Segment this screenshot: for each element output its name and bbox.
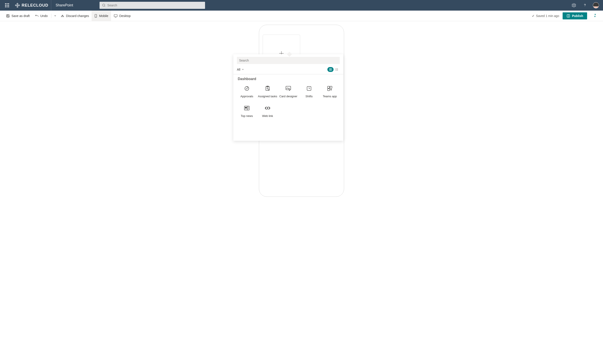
grid-view-button[interactable] — [327, 67, 334, 72]
discard-icon — [61, 14, 64, 18]
popup-search-input[interactable] — [237, 57, 340, 64]
svg-rect-41 — [245, 107, 247, 108]
chevron-down-icon — [54, 15, 56, 17]
svg-point-2 — [19, 5, 20, 6]
popup-item-web-link[interactable]: Web link — [258, 104, 278, 118]
news-icon — [244, 105, 250, 111]
discard-changes-button[interactable]: Discard changes — [58, 11, 92, 21]
publish-icon — [567, 14, 570, 18]
gear-icon — [572, 3, 576, 7]
popup-grid: Approvals Assigned tasks — [233, 83, 343, 120]
svg-rect-37 — [330, 86, 332, 88]
popup-item-shifts[interactable]: Shifts — [299, 84, 319, 99]
filter-dropdown[interactable]: All — [237, 68, 244, 71]
add-card-popup: All — [233, 54, 343, 141]
popup-section-title: Dashboard — [233, 74, 343, 83]
waffle-icon — [5, 3, 9, 7]
discard-changes-label: Discard changes — [66, 14, 89, 18]
toolbar-right: Saved 1 min ago Publish — [532, 12, 600, 19]
teams-app-icon — [327, 85, 333, 91]
svg-line-7 — [105, 6, 105, 7]
publish-button[interactable]: Publish — [563, 12, 587, 19]
popup-item-top-news[interactable]: Top news — [237, 104, 257, 118]
relecloud-icon — [15, 3, 20, 8]
svg-point-23 — [335, 68, 336, 69]
svg-rect-19 — [329, 68, 330, 69]
popup-item-card-designer[interactable]: Card designer — [278, 84, 298, 99]
link-icon — [264, 105, 271, 111]
shifts-icon — [306, 85, 312, 91]
mobile-view-button[interactable]: Mobile — [92, 11, 111, 21]
undo-dropdown[interactable] — [52, 14, 58, 18]
global-search-box[interactable] — [100, 2, 205, 9]
saved-status: Saved 1 min ago — [532, 14, 559, 18]
saved-status-label: Saved 1 min ago — [536, 14, 559, 18]
undo-label: Undo — [40, 14, 48, 18]
brand-name: RELECLOUD — [22, 3, 48, 8]
svg-point-1 — [15, 5, 17, 6]
popup-item-label: Teams app — [323, 95, 337, 98]
popup-item-label: Shifts — [305, 95, 313, 98]
avatar-icon — [593, 2, 599, 8]
mobile-label: Mobile — [99, 14, 108, 18]
svg-point-27 — [335, 70, 336, 71]
collapse-icon — [593, 14, 597, 17]
svg-rect-10 — [7, 16, 9, 17]
popup-filter-row: All — [233, 66, 343, 74]
header-right — [568, 0, 601, 11]
toolbar: Save as draft Undo Discard changes Mobil… — [0, 11, 603, 21]
view-toggle — [327, 67, 340, 72]
popup-item-teams-app[interactable]: Teams app — [320, 84, 340, 99]
app-launcher-button[interactable] — [2, 0, 12, 11]
search-input[interactable] — [107, 3, 202, 7]
list-icon — [335, 68, 338, 71]
svg-point-3 — [17, 6, 18, 8]
undo-icon — [35, 14, 39, 18]
popup-item-label: Assigned tasks — [258, 95, 277, 98]
popup-item-approvals[interactable]: Approvals — [237, 84, 257, 99]
settings-button[interactable] — [568, 0, 579, 11]
grid-icon — [329, 68, 332, 71]
toolbar-divider — [51, 14, 51, 18]
help-button[interactable] — [580, 0, 590, 11]
popup-item-label: Web link — [262, 114, 273, 118]
tasks-icon — [264, 85, 271, 91]
header-bar: RELECLOUD SharePoint — [0, 0, 603, 11]
svg-rect-22 — [331, 70, 332, 71]
approvals-icon — [244, 85, 250, 91]
svg-rect-13 — [114, 15, 117, 17]
svg-point-25 — [335, 69, 336, 70]
svg-point-0 — [17, 3, 18, 4]
popup-item-label: Card designer — [279, 95, 297, 98]
svg-rect-20 — [331, 68, 332, 69]
popup-item-assigned-tasks[interactable]: Assigned tasks — [258, 84, 278, 99]
publish-label: Publish — [572, 14, 583, 18]
save-as-draft-label: Save as draft — [12, 14, 30, 18]
popup-search-container — [237, 57, 340, 64]
desktop-icon — [114, 14, 118, 18]
brand-section: RELECLOUD — [12, 0, 51, 11]
card-designer-icon — [285, 85, 291, 91]
mobile-icon — [94, 14, 97, 18]
popup-item-label: Approvals — [240, 95, 253, 98]
save-as-draft-button[interactable]: Save as draft — [3, 11, 33, 21]
help-icon — [583, 3, 587, 7]
main-content: All — [0, 21, 603, 364]
search-icon — [102, 3, 105, 7]
checkmark-icon — [532, 14, 534, 17]
brand-logo[interactable]: RELECLOUD — [15, 3, 48, 8]
app-name[interactable]: SharePoint — [51, 3, 78, 7]
popup-item-label: Top news — [241, 114, 253, 118]
svg-rect-9 — [7, 15, 8, 15]
svg-point-6 — [103, 4, 105, 6]
save-icon — [6, 14, 10, 18]
undo-button[interactable]: Undo — [33, 11, 50, 21]
collapse-button[interactable] — [591, 14, 600, 18]
svg-rect-21 — [329, 70, 330, 71]
svg-rect-38 — [327, 89, 330, 91]
list-view-button[interactable] — [334, 67, 340, 72]
user-avatar-button[interactable] — [591, 0, 601, 11]
filter-label: All — [237, 68, 240, 71]
desktop-view-button[interactable]: Desktop — [111, 11, 133, 21]
chevron-down-icon — [242, 68, 244, 71]
